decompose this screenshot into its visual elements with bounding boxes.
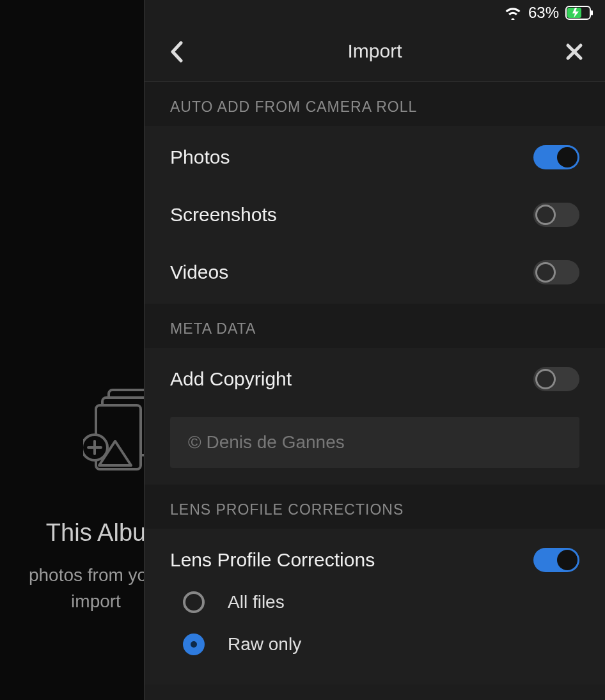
toggle-photos[interactable]: [533, 145, 579, 169]
svg-rect-1: [591, 10, 593, 15]
radio-label-all-files: All files: [228, 592, 285, 612]
radio-all-files[interactable]: All files: [183, 581, 579, 623]
label-videos: Videos: [170, 261, 228, 283]
radio-circle-all-files: [183, 591, 205, 613]
import-settings-panel: Import AUTO ADD FROM CAMERA ROLL Photos …: [144, 0, 605, 700]
status-bar: 63%: [0, 0, 605, 26]
close-icon: [565, 43, 583, 61]
section-header-metadata: META DATA: [145, 304, 605, 348]
row-photos: Photos: [145, 126, 605, 189]
copyright-input[interactable]: [170, 417, 579, 468]
bg-empty-subtitle: photos from your import: [0, 563, 144, 614]
lens-radio-group: All files Raw only: [145, 581, 605, 685]
radio-label-raw-only: Raw only: [228, 634, 301, 655]
section-header-lens: LENS PROFILE CORRECTIONS: [145, 485, 605, 529]
back-button[interactable]: [164, 39, 189, 65]
section-header-autoadd: AUTO ADD FROM CAMERA ROLL: [145, 82, 605, 126]
label-add-copyright: Add Copyright: [170, 368, 292, 390]
toggle-add-copyright[interactable]: [533, 367, 579, 391]
label-screenshots: Screenshots: [170, 204, 277, 226]
chevron-left-icon: [169, 41, 184, 63]
row-lens-toggle: Lens Profile Corrections: [145, 529, 605, 581]
battery-charging-icon: [565, 6, 593, 20]
battery-percent: 63%: [528, 4, 559, 22]
add-photos-icon: [83, 384, 144, 495]
label-photos: Photos: [170, 146, 230, 168]
wifi-icon: [504, 6, 522, 20]
panel-title: Import: [347, 40, 402, 62]
bg-empty-title: This Albu: [0, 519, 144, 547]
toggle-lens-corrections[interactable]: [533, 548, 579, 572]
close-button[interactable]: [562, 39, 587, 65]
row-add-copyright: Add Copyright: [145, 348, 605, 410]
label-lens-corrections: Lens Profile Corrections: [170, 549, 375, 571]
toggle-screenshots[interactable]: [533, 203, 579, 227]
toggle-videos[interactable]: [533, 260, 579, 284]
section-lens: Lens Profile Corrections All files Raw o…: [145, 529, 605, 685]
radio-raw-only[interactable]: Raw only: [183, 623, 579, 665]
row-videos: Videos: [145, 246, 605, 304]
radio-circle-raw-only: [183, 634, 205, 655]
section-autoadd: Photos Screenshots Videos: [145, 126, 605, 304]
section-metadata: Add Copyright: [145, 348, 605, 485]
row-screenshots: Screenshots: [145, 189, 605, 246]
background-pane: 0 This Albu photos from your import: [0, 0, 144, 700]
